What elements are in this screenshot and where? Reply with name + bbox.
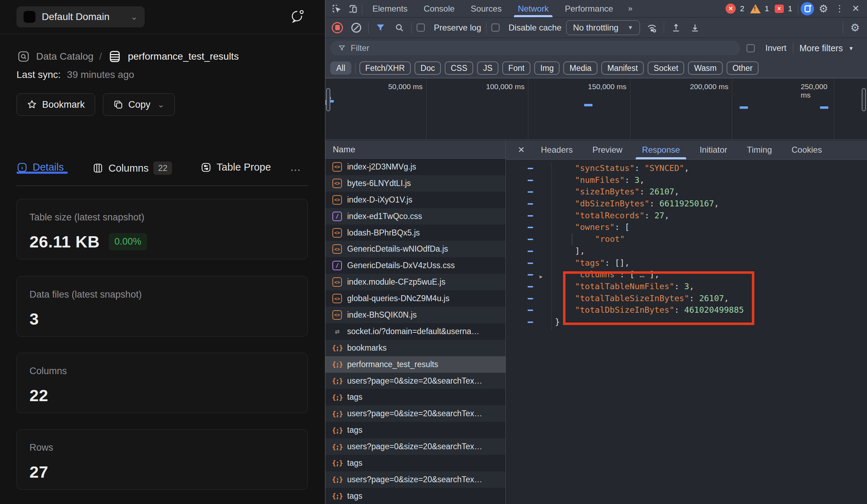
chip-manifest[interactable]: Manifest <box>601 61 644 75</box>
request-row[interactable]: ⇄socket.io/?domain=default&userna… <box>325 323 505 340</box>
fold-marker-icon[interactable] <box>528 310 533 311</box>
fold-marker-icon[interactable] <box>528 227 533 228</box>
fold-marker-icon[interactable] <box>528 298 533 299</box>
request-row[interactable]: /index-ed1TwQco.css <box>325 208 505 225</box>
json-line[interactable]: "syncStatus": "SYNCED", <box>506 163 867 174</box>
filter-input[interactable]: Filter <box>330 41 740 55</box>
record-network-log-icon[interactable] <box>330 21 344 35</box>
import-har-icon[interactable] <box>669 21 683 35</box>
request-row[interactable]: <>index-BhSQIK0N.js <box>325 307 505 323</box>
json-line[interactable]: } <box>506 316 867 328</box>
json-line[interactable]: "root" <box>506 233 867 245</box>
detail-tab-initiator[interactable]: Initiator <box>690 140 737 159</box>
request-row[interactable]: {;}tags <box>325 455 505 471</box>
fold-marker-icon[interactable] <box>528 215 533 217</box>
export-har-icon[interactable] <box>688 21 702 35</box>
filter-funnel-icon[interactable] <box>373 21 388 35</box>
network-overview-timeline[interactable]: 50,000 ms100,000 ms150,000 ms200,000 ms2… <box>325 78 867 140</box>
request-row[interactable]: <>lodash-BPhrBQx5.js <box>325 225 505 241</box>
fold-marker-icon[interactable] <box>528 239 533 240</box>
more-tabs-icon[interactable]: » <box>623 2 637 16</box>
fold-marker-icon[interactable] <box>528 168 533 169</box>
request-row[interactable]: {;}tags <box>325 422 505 438</box>
json-line[interactable]: "tags": [], <box>506 257 867 269</box>
tabs-overflow-button[interactable]: ⋯ <box>290 164 302 176</box>
chip-fetch-xhr[interactable]: Fetch/XHR <box>359 61 411 75</box>
fold-marker-icon[interactable] <box>528 191 533 193</box>
chip-js[interactable]: JS <box>477 61 498 75</box>
chat-bubble-icon[interactable] <box>290 9 304 23</box>
request-row[interactable]: /GenericDetails-DxV4zUss.css <box>325 257 505 274</box>
chip-wasm[interactable]: Wasm <box>688 61 722 75</box>
chip-media[interactable]: Media <box>563 61 597 75</box>
chip-img[interactable]: Img <box>534 61 560 75</box>
ai-assistant-icon[interactable]: ✦ <box>800 2 814 16</box>
response-json-viewer[interactable]: "syncStatus": "SYNCED","numFiles": 3,"si… <box>506 160 867 504</box>
timeline-left-handle[interactable] <box>326 88 330 111</box>
chip-css[interactable]: CSS <box>445 61 473 75</box>
copy-button[interactable]: Copy ⌄ <box>103 93 175 116</box>
request-row[interactable]: {;}bookmarks <box>325 340 505 356</box>
detail-tab-timing[interactable]: Timing <box>737 140 782 159</box>
name-column-header[interactable]: Name <box>325 140 505 159</box>
request-row[interactable]: {;}users?page=0&size=20&searchTex… <box>325 405 505 422</box>
fold-marker-icon[interactable] <box>528 251 533 252</box>
domain-selector[interactable]: Default Domain ⌄ <box>16 6 145 27</box>
devtools-tab-console[interactable]: Console <box>416 0 463 17</box>
chip-doc[interactable]: Doc <box>415 61 441 75</box>
request-row[interactable]: <>index.module-CFzp5wuE.js <box>325 274 505 290</box>
request-row[interactable]: <>GenericDetails-wNIOdfDa.js <box>325 241 505 257</box>
fold-marker-icon[interactable] <box>528 274 533 276</box>
request-row[interactable]: <>index-D-iXyO1V.js <box>325 192 505 208</box>
devtools-tab-elements[interactable]: Elements <box>364 0 416 17</box>
devtools-tab-sources[interactable]: Sources <box>463 0 510 17</box>
fold-marker-icon[interactable] <box>528 286 533 287</box>
request-row[interactable]: {;}tags <box>325 389 505 405</box>
settings-gear-icon[interactable]: ⚙ <box>816 2 830 16</box>
json-line[interactable]: "totalDbSizeInBytes": 461020499885 <box>506 304 867 316</box>
fold-marker-icon[interactable] <box>528 203 533 205</box>
fold-marker-icon[interactable] <box>528 263 533 264</box>
tab-details[interactable]: Details <box>16 161 64 173</box>
request-row[interactable]: {;}users?page=0&size=20&searchTex… <box>325 438 505 455</box>
request-row[interactable]: {;}users?page=0&size=20&searchTex… <box>325 471 505 488</box>
request-row[interactable]: <>index-j2D3NMVg.js <box>325 159 505 175</box>
request-row[interactable]: {;}performance_test_results <box>325 356 505 373</box>
json-line[interactable]: "totalRecords": 27, <box>506 210 867 222</box>
issues-badge-icon[interactable]: ✕ <box>775 5 784 13</box>
json-line[interactable]: "totalTableNumFiles": 3, <box>506 281 867 293</box>
json-line[interactable]: ], <box>506 245 867 257</box>
detail-tab-headers[interactable]: Headers <box>531 140 583 159</box>
timeline-right-handle[interactable] <box>862 88 866 111</box>
detail-tab-preview[interactable]: Preview <box>583 140 632 159</box>
json-line[interactable]: "numFiles": 3, <box>506 174 867 186</box>
json-line[interactable]: "sizeInBytes": 26107, <box>506 186 867 198</box>
invert-checkbox[interactable] <box>747 44 755 52</box>
json-line[interactable]: "owners": [ <box>506 221 867 233</box>
json-line[interactable]: "dbSizeInBytes": 66119250167, <box>506 198 867 210</box>
json-line[interactable]: ▶"columns": [ … ], <box>506 269 867 281</box>
more-filters-button[interactable]: More filters ▼ <box>800 43 854 53</box>
preserve-log-checkbox[interactable] <box>417 24 425 32</box>
detail-tab-cookies[interactable]: Cookies <box>782 140 832 159</box>
breadcrumb-root[interactable]: Data Catalog <box>36 51 93 62</box>
json-line[interactable]: "totalTableSizeInBytes": 26107, <box>506 293 867 305</box>
network-conditions-icon[interactable] <box>645 21 659 35</box>
network-settings-gear-icon[interactable]: ⚙ <box>848 21 862 35</box>
request-row[interactable]: {;}users?page=0&size=20&searchTex… <box>325 373 505 389</box>
request-row[interactable]: {;}tags <box>325 488 505 504</box>
close-devtools-icon[interactable]: ✕ <box>849 2 863 16</box>
chip-all[interactable]: All <box>330 61 351 75</box>
inspect-element-icon[interactable] <box>330 2 344 16</box>
devtools-tab-performance[interactable]: Performance <box>557 0 621 17</box>
tab-columns[interactable]: Columns 22 <box>92 161 172 175</box>
chip-font[interactable]: Font <box>502 61 530 75</box>
chip-other[interactable]: Other <box>727 61 759 75</box>
kebab-menu-icon[interactable]: ⋮ <box>833 2 847 16</box>
fold-marker-icon[interactable] <box>528 180 533 181</box>
close-detail-icon[interactable]: ✕ <box>511 145 531 155</box>
clear-network-log-icon[interactable] <box>349 21 363 35</box>
request-row[interactable]: <>bytes-6LNYdtLI.js <box>325 175 505 192</box>
bookmark-button[interactable]: Bookmark <box>16 93 95 116</box>
chip-socket[interactable]: Socket <box>648 61 684 75</box>
